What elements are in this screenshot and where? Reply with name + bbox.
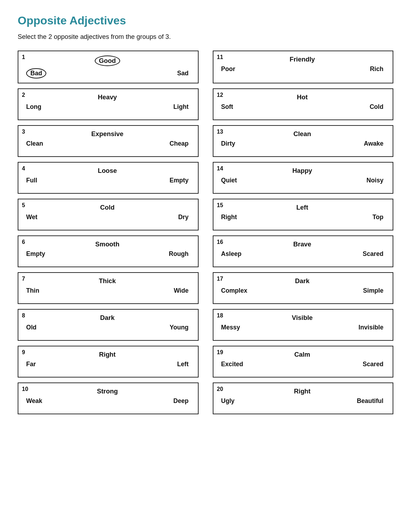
card-word-left: Dirty xyxy=(221,140,235,147)
card-bottom-words: ThinWide xyxy=(23,287,192,294)
adjectives-grid: 1GoodBadSad11FriendlyPoorRich2HeavyLongL… xyxy=(18,51,393,414)
card-word-left: Wet xyxy=(26,214,37,221)
card-bottom-words: MessyInvisible xyxy=(218,324,387,331)
card-number: 3 xyxy=(22,129,25,135)
adjective-card-9: 9RightFarLeft xyxy=(18,346,199,378)
card-top-word: Calm xyxy=(218,350,387,359)
card-word-right: Awake xyxy=(364,140,383,147)
card-top-word: Left xyxy=(218,203,387,212)
card-word-right: Invisible xyxy=(359,324,383,331)
card-word-right: Wide xyxy=(174,287,189,294)
adjective-card-5: 5ColdWetDry xyxy=(18,199,199,230)
card-word-right: Cheap xyxy=(170,140,189,147)
card-word-right: Beautiful xyxy=(357,397,383,405)
card-top-word: Hot xyxy=(218,93,387,102)
card-word-left: Right xyxy=(221,214,237,221)
card-word-right: Deep xyxy=(173,397,188,405)
card-number: 9 xyxy=(22,349,25,356)
card-bottom-words: QuietNoisy xyxy=(218,177,387,184)
card-bottom-words: FarLeft xyxy=(23,361,192,368)
card-word-left: Far xyxy=(26,361,36,368)
card-top-word: Clean xyxy=(218,129,387,139)
adjective-card-10: 10StrongWeakDeep xyxy=(18,382,199,414)
card-number: 5 xyxy=(22,202,25,209)
card-word-right: Scared xyxy=(363,361,383,368)
card-number: 14 xyxy=(217,165,223,172)
card-bottom-words: EmptyRough xyxy=(23,250,192,258)
card-bottom-words: LongLight xyxy=(23,103,192,111)
card-bottom-words: ComplexSimple xyxy=(218,287,387,294)
card-number: 1 xyxy=(22,54,25,60)
card-word-left: Empty xyxy=(26,250,45,258)
card-number: 15 xyxy=(217,202,223,209)
adjective-card-20: 20RightUglyBeautiful xyxy=(213,382,394,414)
adjective-card-18: 18VisibleMessyInvisible xyxy=(213,309,394,341)
card-number: 6 xyxy=(22,239,25,245)
card-top-word: Expensive xyxy=(23,129,192,139)
card-word-left: Quiet xyxy=(221,177,237,184)
adjective-card-13: 13CleanDirtyAwake xyxy=(213,125,394,157)
card-bottom-words: PoorRich xyxy=(218,65,387,73)
page-title: Opposite Adjectives xyxy=(18,14,393,27)
adjective-card-3: 3ExpensiveCleanCheap xyxy=(18,125,199,157)
card-number: 7 xyxy=(22,276,25,282)
card-word-right: Light xyxy=(174,103,189,111)
adjective-card-4: 4LooseFullEmpty xyxy=(18,162,199,194)
card-word-right: Scared xyxy=(363,250,383,258)
card-top-word: Right xyxy=(218,387,387,396)
card-bottom-words: BadSad xyxy=(23,68,192,78)
adjective-card-16: 16BraveAsleepScared xyxy=(213,235,394,267)
card-word-right: Left xyxy=(177,361,188,368)
card-word-left: Long xyxy=(26,103,41,111)
card-word-left: Poor xyxy=(221,65,235,73)
card-word-right: Dry xyxy=(178,214,188,221)
card-number: 12 xyxy=(217,92,223,98)
card-top-word: Smooth xyxy=(23,240,192,249)
card-number: 20 xyxy=(217,386,223,392)
card-word-left: Thin xyxy=(26,287,39,294)
card-number: 8 xyxy=(22,312,25,319)
adjective-card-7: 7ThickThinWide xyxy=(18,272,199,304)
card-top-word: Cold xyxy=(23,203,192,212)
adjective-card-8: 8DarkOldYoung xyxy=(18,309,199,341)
adjective-card-2: 2HeavyLongLight xyxy=(18,88,199,120)
card-word-right: Young xyxy=(170,324,188,331)
card-word-left: Old xyxy=(26,324,36,331)
card-bottom-words: RightTop xyxy=(218,214,387,221)
card-bottom-words: WeakDeep xyxy=(23,397,192,405)
card-word-left: Messy xyxy=(221,324,240,331)
adjective-card-1: 1GoodBadSad xyxy=(18,51,199,83)
adjective-card-6: 6SmoothEmptyRough xyxy=(18,235,199,267)
card-bottom-words: UglyBeautiful xyxy=(218,397,387,405)
card-top-word: Heavy xyxy=(23,93,192,102)
card-bottom-words: CleanCheap xyxy=(23,140,192,147)
card-top-word: Thick xyxy=(23,276,192,286)
card-bottom-words: DirtyAwake xyxy=(218,140,387,147)
card-bottom-words: AsleepScared xyxy=(218,250,387,258)
card-top-word: Right xyxy=(23,350,192,359)
card-bottom-words: OldYoung xyxy=(23,324,192,331)
card-top-word: Visible xyxy=(218,313,387,322)
card-word-left: Excited xyxy=(221,361,243,368)
adjective-card-14: 14HappyQuietNoisy xyxy=(213,162,394,194)
card-top-word: Happy xyxy=(218,166,387,175)
card-word-left: Ugly xyxy=(221,397,235,405)
card-number: 16 xyxy=(217,239,223,245)
card-number: 2 xyxy=(22,92,25,98)
adjective-card-17: 17DarkComplexSimple xyxy=(213,272,394,304)
card-word-right: Rich xyxy=(370,65,383,73)
adjective-card-19: 19CalmExcitedScared xyxy=(213,346,394,378)
card-bottom-words: WetDry xyxy=(23,214,192,221)
card-number: 18 xyxy=(217,312,223,319)
card-top-word: Brave xyxy=(218,240,387,249)
adjective-card-11: 11FriendlyPoorRich xyxy=(213,51,394,83)
card-word-left: Full xyxy=(26,177,37,184)
card-top-word: Dark xyxy=(23,313,192,322)
card-number: 10 xyxy=(22,386,28,392)
card-number: 19 xyxy=(217,349,223,356)
card-number: 17 xyxy=(217,276,223,282)
card-word-right: Sad xyxy=(177,70,188,77)
card-number: 4 xyxy=(22,165,25,172)
card-word-left: Asleep xyxy=(221,250,242,258)
card-top-word: Friendly xyxy=(218,55,387,64)
